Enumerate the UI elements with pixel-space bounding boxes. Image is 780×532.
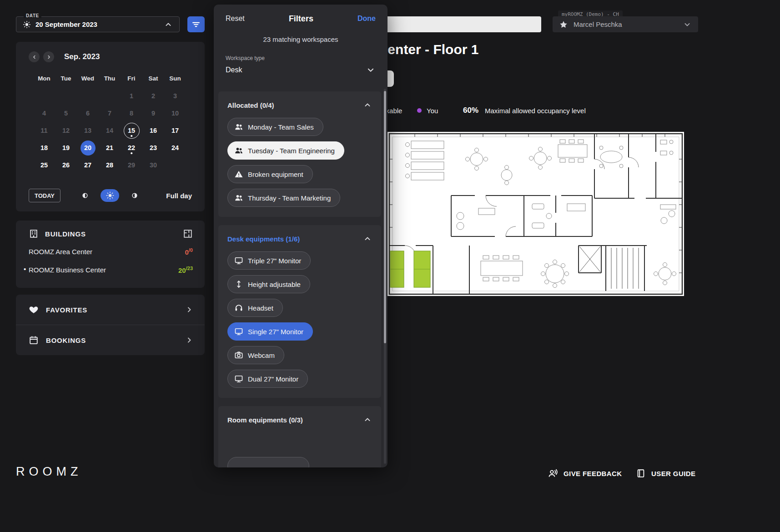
user-guide-button[interactable]: USER GUIDE: [636, 468, 695, 478]
floor-plan[interactable]: [387, 132, 684, 296]
user-guide-label: USER GUIDE: [651, 470, 695, 477]
weekday-label: Sun: [164, 72, 186, 85]
workspace-type-label: Workspace type: [226, 55, 376, 61]
calendar-day-16[interactable]: 16: [142, 122, 164, 139]
calendar-day-13: 13: [77, 122, 99, 139]
calendar-day-28[interactable]: 28: [99, 156, 121, 174]
calendar-next-button[interactable]: [43, 51, 54, 62]
camera-icon: [234, 351, 243, 360]
chevron-down-icon: [366, 65, 376, 75]
building-row-business-center[interactable]: • ROOMZ Business Center 20/23: [16, 264, 205, 275]
weekday-label: Sat: [142, 72, 164, 85]
building-row-area-center[interactable]: ROOMZ Area Center 0/0: [16, 246, 205, 257]
calendar-day-4: 4: [33, 105, 55, 122]
calendar-empty-cell: [77, 87, 99, 105]
workspace-type-select[interactable]: Desk: [226, 65, 376, 75]
pill-label: Broken equipment: [248, 171, 303, 178]
people-icon: [234, 146, 243, 155]
calendar-day-2: 2: [142, 87, 164, 105]
today-button[interactable]: TODAY: [29, 189, 60, 202]
headset-icon: [234, 303, 243, 312]
give-feedback-button[interactable]: GIVE FEEDBACK: [548, 468, 622, 478]
filter-pill-dual-27-monitor[interactable]: Dual 27" Monitor: [227, 370, 308, 388]
roomz-logo: ROOMZ: [16, 465, 82, 479]
calendar-day-9: 9: [142, 105, 164, 122]
filter-section-header[interactable]: Room equipments (0/3): [218, 406, 381, 432]
filter-sections: Allocated (0/4)Monday - Team SalesTuesda…: [218, 91, 381, 467]
monitor-icon: [234, 374, 243, 383]
calendar-day-29: 29: [121, 156, 142, 174]
chevron-right-icon: [46, 54, 52, 60]
calendar-day-23[interactable]: 23: [142, 139, 164, 156]
popup-scrollbar[interactable]: [384, 89, 386, 464]
height-icon: [234, 280, 243, 289]
filter-pill-height-adjustable[interactable]: Height adjustable: [227, 275, 310, 293]
calendar-empty-cell: [33, 87, 55, 105]
calendar-day-17[interactable]: 17: [164, 122, 186, 139]
morning-toggle[interactable]: [80, 189, 91, 202]
calendar-day-1: 1: [121, 87, 142, 105]
pill-label: Height adjustable: [248, 281, 301, 288]
building-name: ROOMZ Area Center: [29, 248, 92, 256]
calendar-day-18[interactable]: 18: [33, 139, 55, 156]
filter-button[interactable]: [187, 16, 205, 32]
full-day-sun-toggle[interactable]: [101, 189, 119, 202]
reset-button[interactable]: Reset: [226, 15, 245, 23]
afternoon-toggle[interactable]: [129, 189, 140, 202]
favorites-item[interactable]: FAVORITES: [16, 295, 205, 325]
filter-section-title: Allocated (0/4): [227, 101, 274, 109]
filter-section-header[interactable]: Desk equipments (1/6): [218, 225, 381, 251]
filter-section-header[interactable]: Allocated (0/4): [218, 91, 381, 117]
filter-pill-hidden[interactable]: [227, 457, 309, 467]
bookings-item[interactable]: BOOKINGS: [16, 325, 205, 355]
booking-dot: [131, 152, 132, 154]
calendar-day-19[interactable]: 19: [55, 139, 77, 156]
filter-pill-broken-equipment[interactable]: Broken equipment: [227, 165, 313, 183]
calendar-grid: 1234567891011121314151617181920212223242…: [33, 87, 186, 174]
chevron-up-icon[interactable]: [363, 234, 372, 243]
filter-pill-single-27-monitor[interactable]: Single 27" Monitor: [227, 322, 313, 341]
calendar-panel: Sep. 2023 MonTueWedThuFriSatSun 12345678…: [16, 42, 205, 211]
calendar-day-21[interactable]: 21: [99, 139, 121, 156]
date-label: DATE: [24, 13, 41, 18]
calendar-day-20[interactable]: 20: [77, 139, 99, 156]
filter-pill-webcam[interactable]: Webcam: [227, 346, 284, 364]
pill-label: Tuesday - Team Engineering: [248, 147, 335, 155]
done-button[interactable]: Done: [357, 15, 376, 23]
scrollbar-thumb[interactable]: [384, 91, 386, 343]
date-picker[interactable]: DATE 20 September 2023: [16, 16, 180, 32]
people-icon: [234, 122, 243, 131]
filters-popup: Reset Filters Done 23 matching workspace…: [214, 5, 387, 467]
building-availability: 20/23: [178, 266, 193, 274]
calendar-day-25[interactable]: 25: [33, 156, 55, 174]
selected-building-bullet: •: [24, 265, 26, 273]
building-name: ROOMZ Business Center: [29, 266, 106, 274]
building-icon: [29, 229, 39, 239]
filter-pill-monday-team-sales[interactable]: Monday - Team Sales: [227, 118, 323, 136]
calendar-empty-cell: [99, 87, 121, 105]
calendar-day-27[interactable]: 27: [77, 156, 99, 174]
feedback-label: GIVE FEEDBACK: [564, 470, 622, 477]
floorplan-view-icon[interactable]: [183, 229, 193, 239]
calendar-day-24[interactable]: 24: [164, 139, 186, 156]
calendar-day-7: 7: [99, 105, 121, 122]
chevron-up-icon[interactable]: [363, 415, 372, 424]
calendar-prev-button[interactable]: [29, 51, 40, 62]
user-menu[interactable]: Marcel Peschka: [553, 16, 698, 32]
filter-pill-headset[interactable]: Headset: [227, 299, 283, 317]
weekday-label: Tue: [55, 72, 77, 85]
filter-pill-triple-27-monitor[interactable]: Triple 27" Monitor: [227, 251, 311, 270]
calendar-day-15[interactable]: 15: [121, 122, 142, 139]
calendar-day-10: 10: [164, 105, 186, 122]
chevron-up-icon[interactable]: [164, 20, 173, 29]
calendar-day-26[interactable]: 26: [55, 156, 77, 174]
calendar-day-22[interactable]: 22: [121, 139, 142, 156]
weekday-label: Wed: [77, 72, 99, 85]
pill-label: Single 27" Monitor: [248, 328, 303, 336]
filters-title: Filters: [289, 14, 313, 24]
filter-pill-thursday-team-marketing[interactable]: Thursday - Team Marketing: [227, 189, 340, 207]
chevron-up-icon[interactable]: [363, 100, 372, 110]
filter-section-desk-equipments-1-6: Desk equipments (1/6)Triple 27" MonitorH…: [218, 225, 381, 398]
sun-icon: [23, 20, 31, 29]
filter-pill-tuesday-team-engineering[interactable]: Tuesday - Team Engineering: [227, 141, 344, 160]
